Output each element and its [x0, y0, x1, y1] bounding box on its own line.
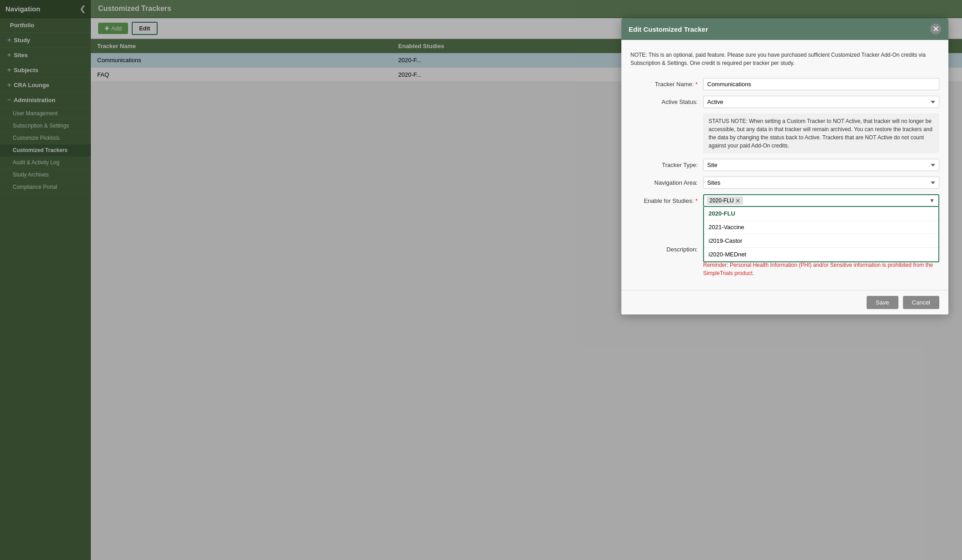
active-status-row: Active Status: Active Inactive [630, 96, 939, 108]
dropdown-option-2021-vaccine[interactable]: 2021-Vaccine [704, 221, 938, 234]
note-box: NOTE: This is an optional, paid feature.… [630, 47, 939, 71]
tag-label: 2020-FLU [709, 197, 734, 204]
enable-studies-input-row[interactable]: 2020-FLU ✕ ▼ [703, 194, 939, 207]
modal-title: Edit Customized Tracker [629, 25, 708, 33]
note-text: NOTE: This is an optional, paid feature.… [630, 52, 926, 66]
tracker-type-row: Tracker Type: Site Subject [630, 159, 939, 171]
reminder-text: Reminder: Personal Health Information (P… [703, 261, 939, 277]
tracker-name-label: Tracker Name: * [630, 81, 703, 88]
tag-remove-icon[interactable]: ✕ [735, 198, 740, 204]
dropdown-option-2020-flu[interactable]: 2020-FLU [704, 207, 938, 221]
description-label: Description: [630, 246, 703, 253]
tracker-name-row: Tracker Name: * [630, 78, 939, 90]
navigation-area-row: Navigation Area: Sites Subjects [630, 177, 939, 189]
enable-studies-wrapper: 2020-FLU ✕ ▼ 2020-FLU 20 [703, 194, 939, 207]
navigation-area-select[interactable]: Sites Subjects [703, 177, 939, 189]
save-button[interactable]: Save [867, 296, 898, 309]
main-content: Customized Trackers ✚ Add Edit Tracker N… [91, 0, 962, 560]
status-note: STATUS NOTE: When setting a Custom Track… [703, 113, 939, 153]
modal-overlay: Edit Customized Tracker ✕ NOTE: This is … [91, 0, 962, 560]
tracker-name-input[interactable] [703, 78, 939, 90]
cancel-button[interactable]: Cancel [903, 296, 939, 309]
dropdown-option-i2020-mednet[interactable]: i2020-MEDnet [704, 248, 938, 261]
navigation-area-label: Navigation Area: [630, 179, 703, 186]
enable-studies-row: Enable for Studies: * 2020-FLU ✕ ▼ [630, 194, 939, 207]
dropdown-toggle-button[interactable]: ▼ [928, 197, 936, 204]
modal-header: Edit Customized Tracker ✕ [621, 18, 948, 40]
active-status-label: Active Status: [630, 98, 703, 105]
studies-dropdown-list: 2020-FLU 2021-Vaccine i2019-Castor i2020… [703, 207, 939, 262]
edit-tracker-modal: Edit Customized Tracker ✕ NOTE: This is … [621, 18, 948, 314]
enable-studies-label: Enable for Studies: * [630, 197, 703, 204]
modal-body: NOTE: This is an optional, paid feature.… [621, 40, 948, 290]
dropdown-option-i2019-castor[interactable]: i2019-Castor [704, 234, 938, 248]
modal-footer: Save Cancel [621, 290, 948, 314]
modal-close-button[interactable]: ✕ [930, 24, 941, 34]
tracker-type-label: Tracker Type: [630, 162, 703, 168]
studies-search-input[interactable] [745, 197, 927, 204]
study-tag-2020-flu: 2020-FLU ✕ [707, 196, 743, 205]
active-status-select[interactable]: Active Inactive [703, 96, 939, 108]
tracker-type-select[interactable]: Site Subject [703, 159, 939, 171]
